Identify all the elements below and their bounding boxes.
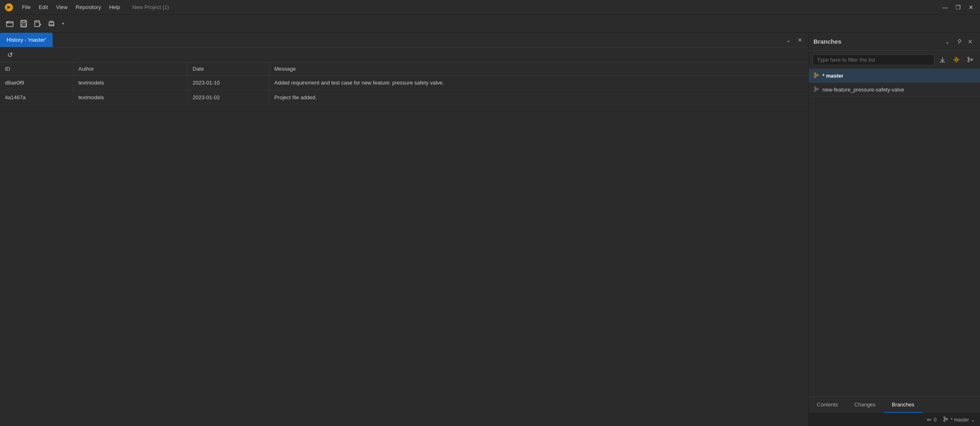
filter-download-btn[interactable] — [937, 54, 948, 65]
svg-rect-3 — [22, 20, 25, 22]
filter-input[interactable] — [813, 54, 934, 65]
cell-date-0: 2023-01-10 — [188, 76, 269, 90]
window-controls: — ❐ ✕ — [939, 3, 977, 12]
tab-changes[interactable]: Changes — [846, 397, 884, 413]
filter-bar — [809, 51, 980, 69]
cell-author-0: textmodels — [73, 76, 188, 90]
col-date: Date — [188, 62, 269, 75]
branch-status-label: * master — [951, 417, 969, 423]
branch-icon-feature — [813, 86, 819, 93]
svg-point-18 — [968, 57, 969, 59]
cell-date-1: 2023-01-02 — [188, 90, 269, 105]
menu-file[interactable]: File — [18, 2, 35, 12]
col-message: Message — [269, 62, 808, 75]
menu-help[interactable]: Help — [105, 2, 124, 12]
cell-id-0: d8ae0f9 — [0, 76, 73, 90]
branches-close-btn[interactable]: ✕ — [965, 37, 975, 47]
branch-name-feature: new-feature_pressure-safety-valve — [822, 87, 904, 93]
panel-tab-actions: ⌄ ✕ — [784, 35, 808, 45]
svg-point-31 — [944, 420, 945, 422]
menu-repository[interactable]: Repository — [71, 2, 105, 12]
tab-branches[interactable]: Branches — [884, 397, 922, 413]
branch-icon-master — [813, 72, 819, 79]
svg-point-27 — [814, 90, 816, 91]
branches-header-actions: ⌄ ✕ — [942, 37, 975, 47]
edit-count: 0 — [934, 417, 937, 423]
bottom-tabs: Contents Changes Branches — [809, 397, 980, 413]
panel-collapse-btn[interactable]: ⌄ — [784, 35, 793, 45]
edit-icon: ✏ — [927, 417, 932, 423]
open-folder-btn[interactable] — [3, 17, 16, 30]
status-branch[interactable]: * master ⌄ — [943, 416, 975, 423]
table-row[interactable]: 4a1467a textmodels 2023-01-02 Project fi… — [0, 90, 808, 105]
history-panel: History - 'master' ⌄ ✕ ↺ ID Author Date … — [0, 33, 809, 426]
history-table[interactable]: ID Author Date Message d8ae0f9 textmodel… — [0, 62, 808, 426]
svg-rect-5 — [35, 21, 40, 27]
svg-rect-8 — [50, 25, 53, 26]
refresh-row: ↺ — [0, 47, 808, 62]
toolbar: ▾ — [0, 15, 980, 33]
save-btn[interactable] — [17, 17, 30, 30]
minimize-button[interactable]: — — [939, 3, 951, 12]
app-logo — [3, 2, 15, 13]
branch-status-icon — [943, 416, 949, 423]
svg-point-13 — [954, 58, 959, 62]
history-tab[interactable]: History - 'master' — [0, 33, 53, 47]
branches-header: Branches ⌄ ✕ — [809, 33, 980, 51]
branches-pin-btn[interactable] — [954, 37, 964, 47]
toolbar-dropdown-btn[interactable]: ▾ — [59, 18, 67, 29]
cell-message-0: Added requirement and test case for new … — [269, 76, 808, 90]
status-bar: ✏ 0 * master ⌄ — [809, 413, 980, 426]
menu-view[interactable]: View — [52, 2, 71, 12]
branches-title: Branches — [813, 38, 942, 45]
branches-collapse-btn[interactable]: ⌄ — [942, 37, 952, 47]
branch-list[interactable]: * master new-feature_pressure-safety-val… — [809, 69, 980, 397]
svg-point-23 — [814, 76, 816, 78]
svg-point-22 — [814, 73, 816, 74]
cell-id-1: 4a1467a — [0, 90, 73, 105]
table-header: ID Author Date Message — [0, 62, 808, 76]
print-btn[interactable] — [45, 17, 58, 30]
panel-tab-bar: History - 'master' ⌄ ✕ — [0, 33, 808, 47]
svg-rect-4 — [21, 24, 26, 26]
refresh-btn[interactable]: ↺ — [5, 50, 15, 60]
branch-name-master: * master — [822, 73, 843, 79]
filter-options-btn[interactable] — [951, 54, 962, 65]
status-edit: ✏ 0 — [927, 417, 937, 423]
svg-point-30 — [944, 417, 945, 418]
col-author: Author — [73, 62, 188, 75]
svg-rect-1 — [7, 22, 13, 27]
branches-panel: Branches ⌄ ✕ — [809, 33, 980, 426]
cell-author-1: textmodels — [73, 90, 188, 105]
save-as-btn[interactable] — [31, 17, 44, 30]
panel-close-btn[interactable]: ✕ — [795, 35, 805, 45]
close-button[interactable]: ✕ — [965, 3, 977, 12]
main-area: History - 'master' ⌄ ✕ ↺ ID Author Date … — [0, 33, 980, 426]
app-title: New Project (1) — [124, 4, 939, 10]
filter-branch-btn[interactable] — [964, 54, 976, 65]
col-id: ID — [0, 62, 73, 75]
svg-point-19 — [968, 60, 969, 62]
table-row[interactable]: d8ae0f9 textmodels 2023-01-10 Added requ… — [0, 76, 808, 90]
branch-item-master[interactable]: * master — [809, 69, 980, 83]
branch-item-feature[interactable]: new-feature_pressure-safety-valve — [809, 83, 980, 97]
svg-point-12 — [956, 59, 958, 61]
svg-point-26 — [814, 87, 816, 88]
title-bar: File Edit View Repository Help New Proje… — [0, 0, 980, 15]
menu-edit[interactable]: Edit — [35, 2, 52, 12]
tab-contents[interactable]: Contents — [809, 397, 846, 413]
cell-message-1: Project file added. — [269, 90, 808, 105]
maximize-button[interactable]: ❐ — [952, 3, 964, 12]
branch-chevron: ⌄ — [971, 417, 975, 423]
